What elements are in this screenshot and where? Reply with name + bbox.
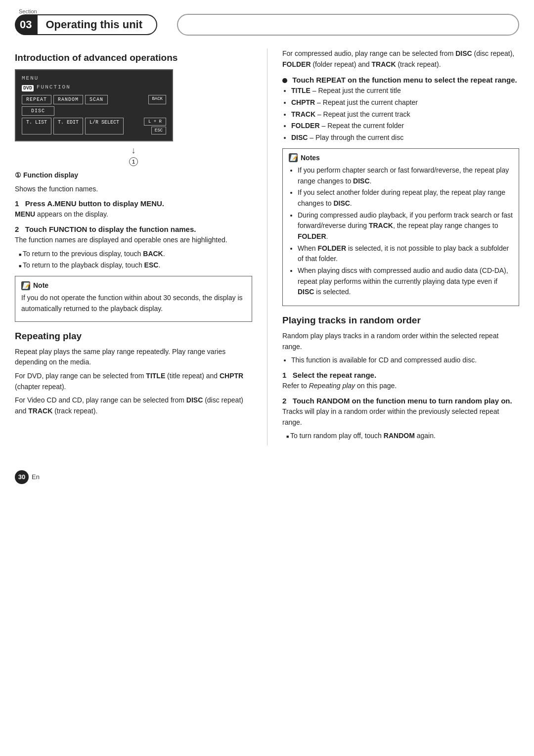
touch-repeat-heading: Touch REPEAT on the function menu to sel… bbox=[282, 76, 519, 84]
step1-text: MENU appears on the display. bbox=[15, 209, 252, 220]
bullet-back: To return to the previous display, touch… bbox=[19, 249, 252, 260]
bullet-dot-icon bbox=[282, 78, 287, 83]
random-heading: Playing tracks in random order bbox=[282, 315, 519, 326]
main-content: Introduction of advanced operations MENU… bbox=[0, 40, 534, 460]
note-icon: 📝 bbox=[21, 281, 30, 290]
random-button[interactable]: RANDOM bbox=[53, 95, 83, 104]
random-off-item: To turn random play off, touch RANDOM ag… bbox=[286, 431, 519, 442]
bullet-chptr: CHPTR – Repeat just the current chapter bbox=[291, 97, 519, 108]
step-number-1: 1 bbox=[129, 157, 138, 166]
lr-select-button[interactable]: L/R SELECT bbox=[85, 118, 124, 134]
step2-text: The function names are displayed and ope… bbox=[15, 235, 252, 246]
random-intro: Random play plays tracks in a random ord… bbox=[282, 331, 519, 352]
left-column: Introduction of advanced operations MENU… bbox=[15, 48, 252, 445]
back-button[interactable]: BACK bbox=[148, 95, 166, 104]
note-bullet-2: If you select another folder during repe… bbox=[298, 187, 513, 209]
page-footer: 30 En bbox=[0, 465, 534, 489]
bullet-folder: FOLDER – Repeat the current folder bbox=[291, 121, 519, 132]
dvd-menu-label: MENU bbox=[22, 75, 39, 81]
repeat-button[interactable]: REPEAT bbox=[22, 95, 51, 104]
notes-icon: 📝 bbox=[289, 153, 298, 162]
notes-title: 📝 Notes bbox=[289, 153, 513, 163]
function-display-label: ① Function display bbox=[15, 170, 252, 181]
lr-button[interactable]: L + R bbox=[144, 118, 166, 126]
bullet-track: TRACK – Repeat just the current track bbox=[291, 109, 519, 120]
column-divider bbox=[267, 48, 267, 445]
disc-button[interactable]: DISC bbox=[22, 106, 54, 116]
repeat-vcd: For Video CD and CD, play range can be s… bbox=[15, 395, 252, 416]
dvd-menu-display: MENU DVD FUNCTION REPEAT RANDOM SCAN BAC… bbox=[15, 69, 173, 141]
repeat-compressed: For compressed audio, play range can be … bbox=[282, 48, 519, 70]
dvd-buttons-row2: T. LIST T. EDIT L/R SELECT L + R ESC bbox=[22, 118, 166, 134]
bullet-title: TITLE – Repeat just the current title bbox=[291, 86, 519, 96]
random-bullet-1: This function is available for CD and co… bbox=[291, 355, 519, 366]
note-title: 📝 Note bbox=[21, 280, 246, 291]
page-header: Section 03 Operating this unit bbox=[0, 0, 534, 40]
page-number: 30 bbox=[18, 473, 25, 481]
section-label: Section bbox=[19, 8, 37, 14]
intro-heading: Introduction of advanced operations bbox=[15, 52, 252, 63]
tedit-button[interactable]: T. EDIT bbox=[53, 118, 83, 134]
touch-random-heading: 2 Touch RANDOM on the function menu to t… bbox=[282, 397, 519, 405]
tlist-button[interactable]: T. LIST bbox=[22, 118, 51, 134]
dvd-buttons-row1: REPEAT RANDOM SCAN BACK bbox=[22, 95, 166, 104]
touch-random-desc: Tracks will play in a random order withi… bbox=[282, 406, 519, 428]
note-bullet-3: During compressed audio playback, if you… bbox=[298, 210, 513, 242]
notes-bullets-list: If you perform chapter search or fast fo… bbox=[289, 165, 513, 298]
note-bullet-1: If you perform chapter search or fast fo… bbox=[298, 165, 513, 186]
repeat-dvd: For DVD, play range can be selected from… bbox=[15, 371, 252, 392]
arrow-indicator: ↓1 bbox=[15, 145, 252, 166]
notes-box: 📝 Notes If you perform chapter search or… bbox=[282, 148, 519, 306]
step2-bullets: To return to the previous display, touch… bbox=[15, 249, 252, 271]
page-container: Section 03 Operating this unit Introduct… bbox=[0, 0, 534, 489]
right-column: For compressed audio, play range can be … bbox=[282, 48, 519, 445]
select-heading: 1 Select the repeat range. bbox=[282, 371, 519, 379]
scan-button[interactable]: SCAN bbox=[85, 95, 108, 104]
page-number-badge: 30 bbox=[15, 470, 29, 484]
function-display-desc: Shows the function names. bbox=[15, 184, 252, 195]
note-bullet-5: When playing discs with compressed audio… bbox=[298, 266, 513, 298]
random-bullets: This function is available for CD and co… bbox=[282, 355, 519, 366]
section-badge: 03 bbox=[15, 14, 38, 35]
repeat-bullets: TITLE – Repeat just the current title CH… bbox=[282, 86, 519, 143]
repeating-heading: Repeating play bbox=[15, 331, 252, 342]
section-number: 03 bbox=[20, 18, 32, 31]
note-bullet-4: When FOLDER is selected, it is not possi… bbox=[298, 243, 513, 265]
section-title: Operating this unit bbox=[38, 14, 157, 35]
step2-heading: 2 Touch FUNCTION to display the function… bbox=[15, 225, 252, 233]
dvd-function-label: FUNCTION bbox=[37, 84, 71, 90]
bullet-disc: DISC – Play through the current disc bbox=[291, 133, 519, 143]
random-off-bullet: To turn random play off, touch RANDOM ag… bbox=[282, 431, 519, 442]
bullet-esc: To return to the playback display, touch… bbox=[19, 260, 252, 271]
step1-heading: 1 Press A.MENU button to display MENU. bbox=[15, 199, 252, 208]
select-desc: Refer to Repeating play on this page. bbox=[282, 381, 519, 392]
esc-button[interactable]: ESC bbox=[151, 127, 166, 134]
note-text: If you do not operate the function withi… bbox=[21, 293, 246, 314]
note-box: 📝 Note If you do not operate the functio… bbox=[15, 276, 252, 321]
dvd-logo: DVD bbox=[22, 85, 34, 91]
language-label: En bbox=[32, 473, 40, 481]
repeat-intro: Repeat play plays the same play range re… bbox=[15, 347, 252, 368]
